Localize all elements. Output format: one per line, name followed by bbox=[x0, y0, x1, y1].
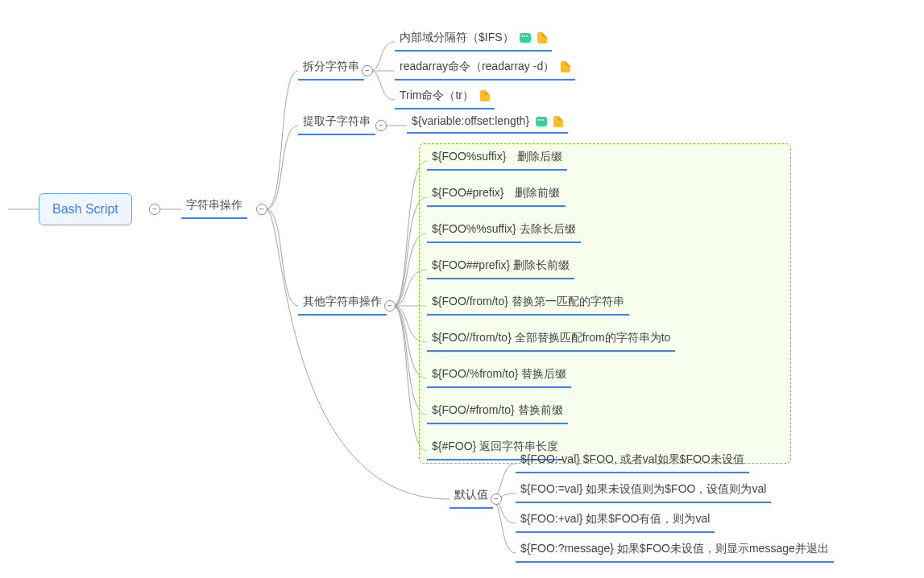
leaf-label: ${FOO/#from/to} 替换前缀 bbox=[432, 403, 563, 416]
leaf-trim[interactable]: Trim命令（tr） bbox=[395, 85, 495, 109]
leaf-readarray[interactable]: readarray命令（readarray -d） bbox=[395, 56, 575, 81]
leaf-label: ${FOO:-val} $FOO, 或者val如果$FOO未设值 bbox=[520, 452, 744, 465]
leaf-label: ${FOO%%suffix} 去除长后缀 bbox=[432, 222, 576, 235]
root-toggle[interactable]: − bbox=[149, 204, 160, 215]
toggle-symbol: − bbox=[365, 67, 370, 75]
toggle-symbol: − bbox=[494, 495, 499, 503]
leaf-label: ${FOO#prefix} 删除前缀 bbox=[432, 186, 561, 199]
branch-split-string-label: 拆分字符串 bbox=[303, 60, 359, 72]
branch-default-values-label: 默认值 bbox=[454, 488, 488, 501]
leaf-ifs[interactable]: 内部域分隔符（$IFS） bbox=[395, 27, 552, 52]
leaf-label: ${FOO/%from/to} 替换后缀 bbox=[432, 367, 566, 380]
branch-other-string-ops-toggle[interactable]: − bbox=[384, 300, 396, 312]
note-icon[interactable] bbox=[553, 116, 563, 127]
toggle-symbol: − bbox=[259, 205, 264, 213]
branch-default-values-toggle[interactable]: − bbox=[491, 493, 502, 505]
leaf-foo-replace-suffix[interactable]: ${FOO/%from/to} 替换后缀 bbox=[427, 364, 571, 388]
branch-substring-toggle[interactable]: − bbox=[375, 120, 387, 131]
leaf-foo-prefix[interactable]: ${FOO#prefix} 删除前缀 bbox=[427, 183, 566, 207]
leaf-foo-default-message[interactable]: ${FOO:?message} 如果$FOO未设值，则显示message并退出 bbox=[516, 539, 834, 563]
branch-split-string-toggle[interactable]: − bbox=[362, 65, 373, 76]
leaf-foo-replace-all[interactable]: ${FOO//from/to} 全部替换匹配from的字符串为to bbox=[427, 328, 675, 352]
root-node[interactable]: Bash Script bbox=[39, 193, 132, 225]
root-label: Bash Script bbox=[52, 202, 118, 216]
comment-icon[interactable] bbox=[520, 33, 531, 43]
leaf-foo-longprefix[interactable]: ${FOO##prefix} 删除长前缀 bbox=[427, 255, 574, 279]
comment-icon[interactable] bbox=[536, 117, 547, 126]
leaf-foo-replace-first[interactable]: ${FOO/from/to} 替换第一匹配的字符串 bbox=[427, 291, 629, 316]
leaf-variable-offset[interactable]: ${variable:offset:length} bbox=[407, 111, 568, 134]
leaf-foo-replace-prefix[interactable]: ${FOO/#from/to} 替换前缀 bbox=[427, 400, 568, 424]
leaf-ifs-label: 内部域分隔符（$IFS） bbox=[400, 31, 514, 43]
leaf-label: ${FOO:=val} 如果未设值则为$FOO，设值则为val bbox=[520, 482, 766, 495]
note-icon[interactable] bbox=[537, 32, 547, 43]
leaf-label: ${FOO##prefix} 删除长前缀 bbox=[432, 258, 570, 271]
branch-default-values[interactable]: 默认值 bbox=[450, 485, 493, 509]
note-icon[interactable] bbox=[561, 61, 570, 72]
leaf-readarray-label: readarray命令（readarray -d） bbox=[400, 60, 554, 72]
leaf-label: ${FOO%suffix} 删除后缀 bbox=[432, 150, 562, 163]
leaf-foo-default-plus[interactable]: ${FOO:+val} 如果$FOO有值，则为val bbox=[516, 509, 715, 533]
branch-string-ops-toggle[interactable]: − bbox=[256, 204, 267, 215]
branch-split-string[interactable]: 拆分字符串 bbox=[298, 56, 364, 81]
leaf-label: ${FOO//from/to} 全部替换匹配from的字符串为to bbox=[432, 331, 670, 344]
leaf-label: ${FOO:?message} 如果$FOO未设值，则显示message并退出 bbox=[520, 542, 829, 555]
toggle-symbol: − bbox=[387, 302, 392, 310]
leaf-label: ${FOO:+val} 如果$FOO有值，则为val bbox=[520, 512, 710, 525]
leaf-foo-default-minus[interactable]: ${FOO:-val} $FOO, 或者val如果$FOO未设值 bbox=[516, 449, 749, 473]
branch-string-ops[interactable]: 字符串操作 bbox=[181, 195, 247, 219]
leaf-variable-offset-label: ${variable:offset:length} bbox=[412, 114, 529, 127]
branch-string-ops-label: 字符串操作 bbox=[186, 198, 242, 211]
leaf-foo-default-equal[interactable]: ${FOO:=val} 如果未设值则为$FOO，设值则为val bbox=[516, 479, 771, 503]
leaf-label: ${FOO/from/to} 替换第一匹配的字符串 bbox=[432, 295, 624, 308]
branch-other-string-ops-label: 其他字符串操作 bbox=[303, 295, 382, 308]
note-icon[interactable] bbox=[480, 90, 490, 101]
branch-other-string-ops[interactable]: 其他字符串操作 bbox=[298, 291, 387, 316]
toggle-symbol: − bbox=[152, 205, 157, 213]
leaf-foo-longsuffix[interactable]: ${FOO%%suffix} 去除长后缀 bbox=[427, 219, 581, 243]
toggle-symbol: − bbox=[379, 122, 383, 130]
leaf-trim-label: Trim命令（tr） bbox=[400, 89, 474, 101]
branch-substring[interactable]: 提取子字符串 bbox=[298, 111, 375, 135]
leaf-foo-suffix[interactable]: ${FOO%suffix} 删除后缀 bbox=[427, 147, 567, 171]
branch-substring-label: 提取子字符串 bbox=[303, 114, 371, 127]
